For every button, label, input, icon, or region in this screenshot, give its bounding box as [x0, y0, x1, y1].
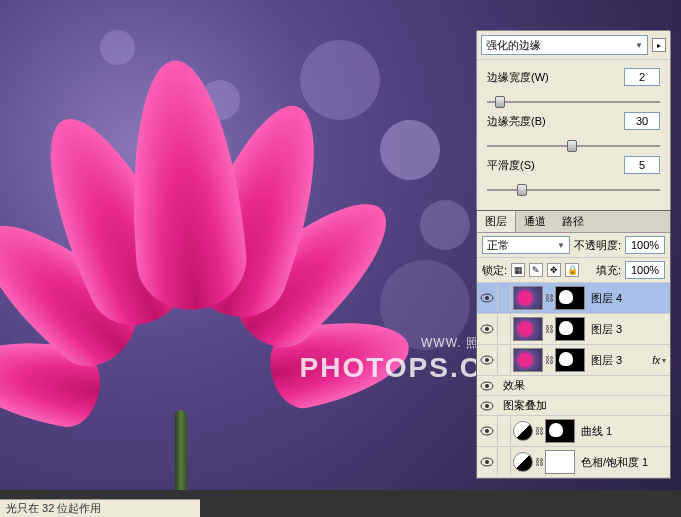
edge-brightness-input[interactable]: [624, 112, 660, 130]
layer-thumbnail[interactable]: [513, 348, 543, 372]
filter-row-brightness: 边缘亮度(B): [487, 112, 660, 130]
petal: [119, 56, 250, 315]
link-col[interactable]: [497, 284, 511, 312]
layer-name[interactable]: 图层 3: [587, 322, 670, 337]
smoothness-label: 平滑度(S): [487, 158, 624, 173]
layer-name[interactable]: 色相/饱和度 1: [577, 455, 670, 470]
visibility-eye-icon[interactable]: [480, 324, 494, 334]
lotus-flower: [0, 60, 400, 460]
blend-row: 正常 ▼ 不透明度:: [477, 233, 670, 258]
panel-tabs: 图层 通道 路径: [477, 211, 670, 233]
mask-thumbnail[interactable]: [555, 317, 585, 341]
svg-point-3: [485, 327, 489, 331]
status-bar: 光只在 32 位起作用: [0, 499, 200, 517]
effect-item-label: 图案叠加: [497, 398, 547, 413]
layers-list: ⛓ 图层 4 ⛓ 图层 3 ⛓ 图层 3 fx ▾ 效果 图案叠: [477, 283, 670, 478]
filter-row-width: 边缘宽度(W): [487, 68, 660, 86]
edge-width-label: 边缘宽度(W): [487, 70, 624, 85]
layer-name[interactable]: 图层 4: [587, 291, 670, 306]
effect-item[interactable]: 图案叠加: [477, 396, 670, 416]
lock-transparent-icon[interactable]: ▦: [511, 263, 525, 277]
layer-row[interactable]: ⛓ 色相/饱和度 1: [477, 447, 670, 478]
visibility-eye-icon[interactable]: [480, 457, 494, 467]
filter-body: 边缘宽度(W) 边缘亮度(B) 平滑度(S): [477, 60, 670, 212]
effects-label: 效果: [497, 378, 525, 393]
mask-thumbnail[interactable]: [545, 419, 575, 443]
lock-brush-icon[interactable]: ✎: [529, 263, 543, 277]
layer-thumbnail[interactable]: [513, 317, 543, 341]
svg-point-7: [485, 384, 489, 388]
tab-layers[interactable]: 图层: [477, 211, 516, 232]
filter-select[interactable]: 强化的边缘 ▼: [481, 35, 648, 55]
tab-channels[interactable]: 通道: [516, 211, 554, 232]
layer-row[interactable]: ⛓ 曲线 1: [477, 416, 670, 447]
fill-label: 填充:: [596, 263, 621, 278]
layer-thumbnail[interactable]: [513, 286, 543, 310]
chevron-down-icon: ▼: [557, 241, 565, 250]
mask-thumbnail[interactable]: [555, 348, 585, 372]
layers-panel: 图层 通道 路径 正常 ▼ 不透明度: 锁定: ▦ ✎ ✥ 🔒 填充: ⛓ 图层…: [476, 210, 671, 479]
link-col[interactable]: [497, 346, 511, 374]
blend-mode-label: 正常: [487, 238, 509, 253]
link-col[interactable]: [497, 315, 511, 343]
svg-point-9: [485, 404, 489, 408]
edge-brightness-slider[interactable]: [487, 138, 660, 154]
mask-link-icon[interactable]: ⛓: [535, 426, 543, 436]
layer-row[interactable]: ⛓ 图层 3: [477, 314, 670, 345]
visibility-eye-icon[interactable]: [480, 426, 494, 436]
lock-row: 锁定: ▦ ✎ ✥ 🔒 填充:: [477, 258, 670, 283]
visibility-eye-icon[interactable]: [480, 293, 494, 303]
layer-row[interactable]: ⛓ 图层 3 fx ▾: [477, 345, 670, 376]
mask-link-icon[interactable]: ⛓: [545, 324, 553, 334]
visibility-eye-icon[interactable]: [480, 355, 494, 365]
lock-all-icon[interactable]: 🔒: [565, 263, 579, 277]
layer-name[interactable]: 图层 3: [587, 353, 652, 368]
mask-thumbnail[interactable]: [555, 286, 585, 310]
visibility-eye-icon[interactable]: [480, 381, 494, 391]
flower-stem: [175, 410, 187, 490]
mask-thumbnail[interactable]: [545, 450, 575, 474]
layer-row[interactable]: ⛓ 图层 4: [477, 283, 670, 314]
blend-mode-select[interactable]: 正常 ▼: [482, 236, 570, 254]
mask-link-icon[interactable]: ⛓: [535, 457, 543, 467]
opacity-input[interactable]: [625, 236, 665, 254]
status-text: 光只在 32 位起作用: [6, 501, 101, 516]
fx-badge[interactable]: fx ▾: [652, 355, 666, 366]
svg-point-5: [485, 358, 489, 362]
visibility-eye-icon[interactable]: [480, 401, 494, 411]
mask-link-icon[interactable]: ⛓: [545, 355, 553, 365]
filter-select-label: 强化的边缘: [486, 38, 541, 53]
svg-point-11: [485, 429, 489, 433]
mask-link-icon[interactable]: ⛓: [545, 293, 553, 303]
filter-header: 强化的边缘 ▼ ▸: [477, 31, 670, 60]
link-col[interactable]: [497, 448, 511, 476]
smoothness-slider[interactable]: [487, 182, 660, 198]
svg-point-1: [485, 296, 489, 300]
tab-paths[interactable]: 路径: [554, 211, 592, 232]
chevron-down-icon: ▼: [635, 41, 643, 50]
smoothness-input[interactable]: [624, 156, 660, 174]
opacity-label: 不透明度:: [574, 238, 621, 253]
fill-input[interactable]: [625, 261, 665, 279]
lock-label: 锁定:: [482, 263, 507, 278]
layer-name[interactable]: 曲线 1: [577, 424, 670, 439]
svg-point-13: [485, 460, 489, 464]
filter-panel: 强化的边缘 ▼ ▸ 边缘宽度(W) 边缘亮度(B) 平滑度(S): [476, 30, 671, 213]
bokeh-circle: [420, 200, 470, 250]
adjustment-icon[interactable]: [513, 452, 533, 472]
effects-header[interactable]: 效果: [477, 376, 670, 396]
lock-move-icon[interactable]: ✥: [547, 263, 561, 277]
link-col[interactable]: [497, 417, 511, 445]
arrow-button[interactable]: ▸: [652, 38, 666, 52]
edge-brightness-label: 边缘亮度(B): [487, 114, 624, 129]
filter-row-smooth: 平滑度(S): [487, 156, 660, 174]
edge-width-input[interactable]: [624, 68, 660, 86]
adjustment-icon[interactable]: [513, 421, 533, 441]
edge-width-slider[interactable]: [487, 94, 660, 110]
